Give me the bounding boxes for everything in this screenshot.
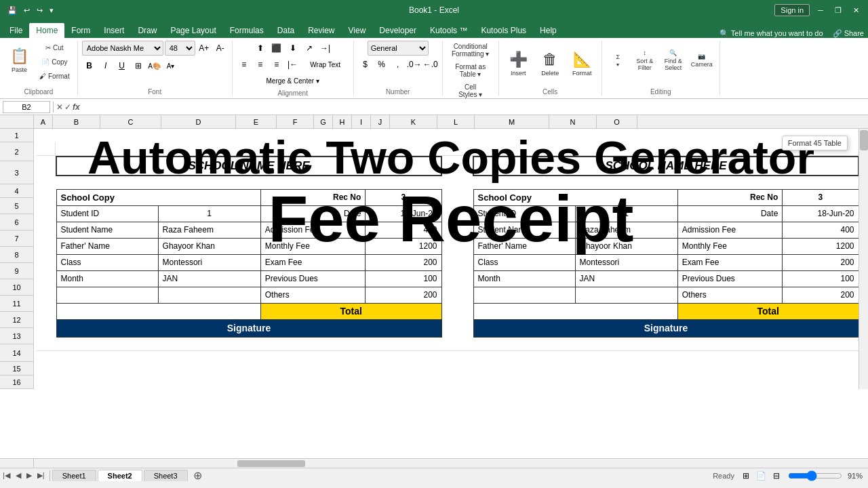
align-middle-button[interactable]: ⬛ <box>269 41 284 56</box>
tab-kutools[interactable]: Kutools ™ <box>423 23 474 38</box>
tab-draw[interactable]: Draw <box>131 23 163 38</box>
col-header-l[interactable]: L <box>437 115 475 128</box>
underline-button[interactable]: U <box>115 58 130 73</box>
cell-rest-1[interactable] <box>56 142 865 156</box>
find-select-button[interactable]: 🔍 Find & Select <box>660 41 687 80</box>
align-center-button[interactable]: ≡ <box>253 57 268 72</box>
copy-button[interactable]: 📄Copy <box>36 55 73 68</box>
nav-last-sheet[interactable]: ▶| <box>35 471 47 480</box>
increase-decimal-button[interactable]: .0→ <box>407 57 422 72</box>
nav-first-sheet[interactable]: |◀ <box>0 471 13 480</box>
close-button[interactable]: ✕ <box>849 3 863 17</box>
h-scrollbar-thumb[interactable] <box>237 460 305 467</box>
tab-insert[interactable]: Insert <box>97 23 131 38</box>
restore-button[interactable]: ❐ <box>831 3 845 17</box>
col-header-h[interactable]: H <box>333 115 352 128</box>
row-header-2[interactable]: 2 <box>0 142 33 161</box>
nav-next-sheet[interactable]: ▶ <box>24 471 35 480</box>
formula-confirm-icon[interactable]: ✓ <box>64 102 71 112</box>
align-right-button[interactable]: ≡ <box>269 57 284 72</box>
align-bottom-button[interactable]: ⬇ <box>285 41 300 56</box>
insert-button[interactable]: ➕ Insert <box>503 44 534 83</box>
undo-qa-btn[interactable]: ↩ <box>22 5 32 16</box>
sort-filter-button[interactable]: ↕ Sort & Filter <box>631 41 658 80</box>
tab-file[interactable]: File <box>3 23 29 38</box>
row-header-6[interactable]: 6 <box>0 214 33 230</box>
cell-styles-button[interactable]: CellStyles ▾ <box>450 81 491 100</box>
row-header-15[interactable]: 15 <box>0 362 33 375</box>
decrease-decimal-button[interactable]: ←.0 <box>423 57 438 72</box>
col-header-k[interactable]: K <box>390 115 437 128</box>
save-qa-btn[interactable]: 💾 <box>5 5 19 16</box>
sum-button[interactable]: Σ ▾ <box>606 41 630 80</box>
col-header-f[interactable]: F <box>277 115 314 128</box>
indent-increase-button[interactable]: →| <box>318 41 333 56</box>
italic-button[interactable]: I <box>98 58 113 73</box>
font-name-select[interactable]: Adobe Naskh Me <box>82 41 163 56</box>
row-header-13[interactable]: 13 <box>0 328 33 344</box>
tab-data[interactable]: Data <box>271 23 301 38</box>
add-sheet-button[interactable]: ⊕ <box>189 469 206 482</box>
share-btn[interactable]: 🔗 Share <box>829 29 868 38</box>
formula-cancel-icon[interactable]: ✕ <box>56 102 63 112</box>
font-size-select[interactable]: 48 <box>165 41 195 56</box>
col-header-n[interactable]: N <box>549 115 597 128</box>
sign-in-button[interactable]: Sign in <box>774 4 810 16</box>
redo-qa-btn[interactable]: ↪ <box>35 5 45 16</box>
tab-home[interactable]: Home <box>29 23 64 38</box>
minimize-button[interactable]: ─ <box>814 3 827 17</box>
row-header-4[interactable]: 4 <box>0 184 33 198</box>
number-format-select[interactable]: General <box>368 41 429 56</box>
camera-button[interactable]: 📷 Camera <box>688 41 715 80</box>
col-header-c[interactable]: C <box>100 115 161 128</box>
format-painter-button[interactable]: 🖌Format <box>36 69 73 83</box>
page-layout-view-btn[interactable]: 📄 <box>753 470 769 481</box>
sheet-tab-sheet3[interactable]: Sheet3 <box>144 470 188 481</box>
page-break-view-btn[interactable]: ⊟ <box>770 470 783 481</box>
nav-prev-sheet[interactable]: ◀ <box>13 471 24 480</box>
tell-me[interactable]: 🔍 Tell me what you want to do <box>714 29 829 38</box>
col-header-a[interactable]: A <box>34 115 53 128</box>
formula-fx-icon[interactable]: fx <box>73 102 80 112</box>
percent-button[interactable]: % <box>374 57 389 72</box>
row-header-8[interactable]: 8 <box>0 247 33 263</box>
row-header-12[interactable]: 12 <box>0 312 33 328</box>
sheet-tab-sheet1[interactable]: Sheet1 <box>52 470 96 481</box>
row-header-3[interactable]: 3 <box>0 161 33 184</box>
col-header-b[interactable]: B <box>53 115 100 128</box>
vertical-scrollbar[interactable] <box>859 129 868 389</box>
col-header-d[interactable]: D <box>161 115 236 128</box>
cell-a1[interactable] <box>37 142 56 156</box>
border-button[interactable]: ⊞ <box>131 58 146 73</box>
col-header-o[interactable]: O <box>597 115 637 128</box>
orientation-button[interactable]: ↗ <box>302 41 317 56</box>
bold-button[interactable]: B <box>82 58 97 73</box>
col-header-j[interactable]: J <box>371 115 390 128</box>
row-header-10[interactable]: 10 <box>0 279 33 296</box>
conditional-formatting-button[interactable]: ConditionalFormatting ▾ <box>447 41 494 60</box>
align-top-button[interactable]: ⬆ <box>253 41 268 56</box>
merge-center-button[interactable]: Merge & Center ▾ <box>259 73 327 88</box>
row-header-7[interactable]: 7 <box>0 230 33 247</box>
increase-font-btn[interactable]: A+ <box>197 41 212 56</box>
normal-view-btn[interactable]: ⊞ <box>740 470 752 481</box>
cell-reference-box[interactable] <box>3 101 50 113</box>
decrease-font-btn[interactable]: A- <box>213 41 228 56</box>
wrap-text-button[interactable]: Wrap Text <box>302 57 349 72</box>
row-header-9[interactable]: 9 <box>0 263 33 279</box>
tab-developer[interactable]: Developer <box>372 23 423 38</box>
align-left-button[interactable]: ≡ <box>237 57 252 72</box>
fill-color-button[interactable]: A🎨 <box>147 58 162 73</box>
tab-review[interactable]: Review <box>301 23 341 38</box>
cut-button[interactable]: ✂Cut <box>36 41 73 54</box>
tab-help[interactable]: Help <box>533 23 564 38</box>
comma-button[interactable]: , <box>391 57 406 72</box>
row-header-14[interactable]: 14 <box>0 344 33 362</box>
tab-kutools-plus[interactable]: Kutools Plus <box>474 23 533 38</box>
currency-button[interactable]: $ <box>358 57 373 72</box>
tab-view[interactable]: View <box>342 23 373 38</box>
font-color-button[interactable]: A▾ <box>163 58 178 73</box>
col-header-m[interactable]: M <box>475 115 549 128</box>
row-header-1[interactable]: 1 <box>0 129 33 142</box>
format-button[interactable]: 📐 Format <box>567 44 597 83</box>
